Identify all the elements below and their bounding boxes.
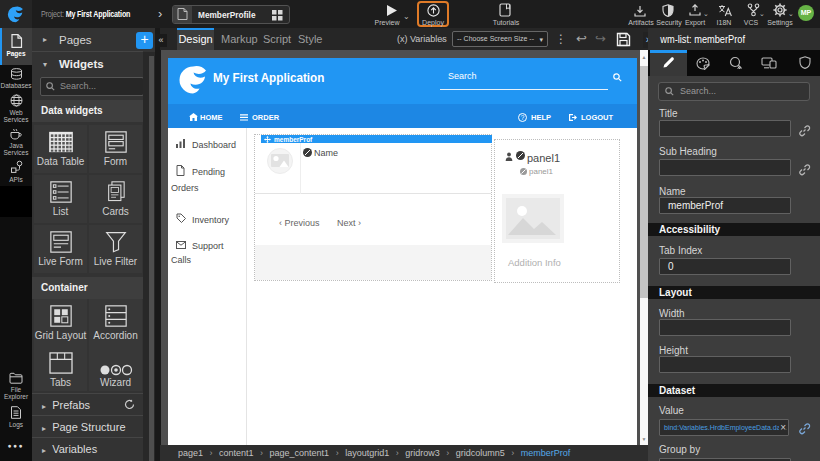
svg-text:?: ? bbox=[521, 114, 525, 121]
